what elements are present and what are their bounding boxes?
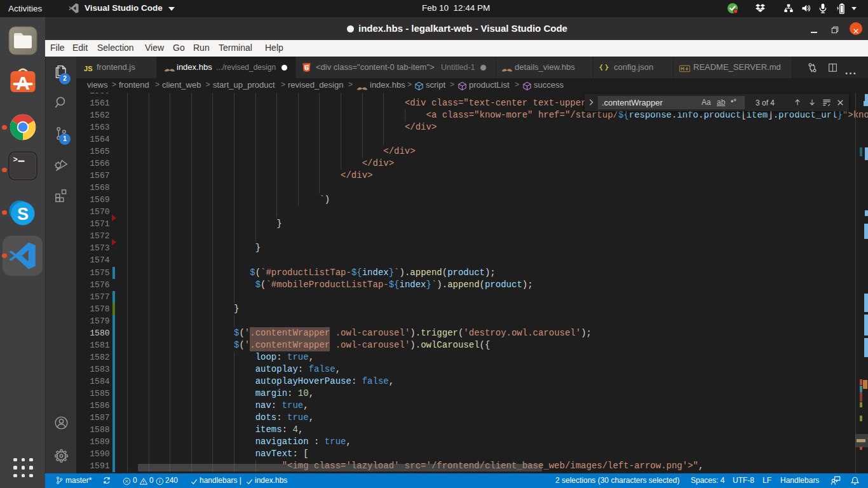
svg-text:S: S — [17, 205, 29, 224]
svg-text:>: > — [13, 156, 18, 165]
